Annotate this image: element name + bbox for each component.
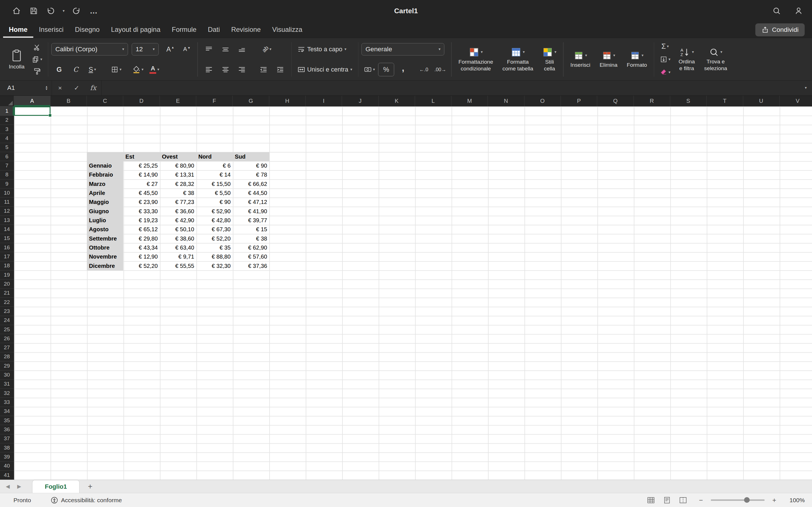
column-header-J[interactable]: J: [342, 96, 378, 107]
row-header-33[interactable]: 33: [0, 398, 14, 407]
cell-E8[interactable]: € 13,31: [160, 170, 196, 179]
row-header-38[interactable]: 38: [0, 443, 14, 452]
cell-D18[interactable]: € 52,20: [123, 262, 160, 270]
cell-E16[interactable]: € 63,40: [160, 243, 196, 252]
share-button[interactable]: Condividi: [755, 23, 805, 36]
cell-F7[interactable]: € 6: [196, 161, 233, 170]
row-header-36[interactable]: 36: [0, 425, 14, 434]
cell-E6[interactable]: Ovest: [160, 152, 196, 161]
column-header-A[interactable]: A: [14, 96, 50, 107]
row-header-17[interactable]: 17: [0, 252, 14, 261]
cell-E7[interactable]: € 80,90: [160, 161, 196, 170]
fill-button[interactable]: ▾: [657, 54, 673, 65]
decrease-decimal-button[interactable]: .00→: [433, 63, 448, 76]
cell-C12[interactable]: Giugno: [87, 207, 123, 216]
column-header-U[interactable]: U: [743, 96, 779, 107]
cell-F6[interactable]: Nord: [196, 152, 233, 161]
tab-inserisci[interactable]: Inserisci: [33, 22, 69, 38]
row-header-3[interactable]: 3: [0, 125, 14, 134]
cell-D13[interactable]: € 19,23: [123, 216, 160, 225]
cell-D8[interactable]: € 14,90: [123, 170, 160, 179]
find-select-button[interactable]: ▾ Trova e seleziona: [701, 46, 731, 73]
cell-G9[interactable]: € 66,62: [233, 179, 269, 188]
cell-D15[interactable]: € 29,80: [123, 234, 160, 243]
cell-C10[interactable]: Aprile: [87, 188, 123, 198]
sort-filter-button[interactable]: AZ ▾ Ordina e filtra: [675, 46, 699, 73]
tab-layout-di-pagina[interactable]: Layout di pagina: [105, 22, 166, 38]
sheet-tab-foglio1[interactable]: Foglio1: [32, 480, 80, 493]
cell-F18[interactable]: € 32,30: [196, 262, 233, 270]
row-header-31[interactable]: 31: [0, 380, 14, 389]
normal-view-button[interactable]: [647, 497, 655, 504]
shrink-font-button[interactable]: A▾: [179, 43, 194, 56]
tab-formule[interactable]: Formule: [166, 22, 202, 38]
cell-G18[interactable]: € 37,36: [233, 262, 269, 270]
column-header-K[interactable]: K: [378, 96, 415, 107]
zoom-slider[interactable]: [711, 499, 765, 501]
column-header-I[interactable]: I: [306, 96, 342, 107]
column-header-V[interactable]: V: [779, 96, 812, 107]
row-header-23[interactable]: 23: [0, 307, 14, 316]
column-header-R[interactable]: R: [634, 96, 670, 107]
cell-C18[interactable]: Dicembre: [87, 262, 123, 270]
tab-revisione[interactable]: Revisione: [225, 22, 266, 38]
cell-D9[interactable]: € 27: [123, 179, 160, 188]
cell-G13[interactable]: € 39,77: [233, 216, 269, 225]
cell-C7[interactable]: Gennaio: [87, 161, 123, 170]
borders-button[interactable]: ▾: [108, 63, 124, 76]
cell-F16[interactable]: € 35: [196, 243, 233, 252]
format-painter-button[interactable]: [29, 65, 45, 77]
row-header-15[interactable]: 15: [0, 234, 14, 243]
row-header-29[interactable]: 29: [0, 361, 14, 371]
row-header-16[interactable]: 16: [0, 243, 14, 252]
copy-button[interactable]: ▾: [29, 53, 45, 65]
cell-E12[interactable]: € 36,60: [160, 207, 196, 216]
cell-G12[interactable]: € 41,90: [233, 207, 269, 216]
cell-F9[interactable]: € 15,50: [196, 179, 233, 188]
enter-button[interactable]: ✓: [68, 80, 85, 96]
row-header-20[interactable]: 20: [0, 279, 14, 288]
row-header-21[interactable]: 21: [0, 289, 14, 298]
merge-center-button[interactable]: Unisci e centra ▾: [295, 63, 355, 76]
formula-bar-expand[interactable]: ▾: [800, 80, 812, 96]
column-header-S[interactable]: S: [670, 96, 707, 107]
column-header-N[interactable]: N: [488, 96, 524, 107]
fill-color-button[interactable]: ▾: [130, 63, 146, 76]
cell-F11[interactable]: € 90: [196, 198, 233, 207]
row-header-13[interactable]: 13: [0, 216, 14, 225]
cell-E11[interactable]: € 77,23: [160, 198, 196, 207]
row-header-26[interactable]: 26: [0, 334, 14, 343]
insert-function-button[interactable]: fx: [85, 80, 101, 96]
row-header-2[interactable]: 2: [0, 116, 14, 125]
font-name-select[interactable]: Calibri (Corpo) ▾: [51, 43, 128, 55]
cut-button[interactable]: [29, 41, 45, 54]
row-header-37[interactable]: 37: [0, 434, 14, 443]
save-icon[interactable]: [29, 6, 39, 16]
cell-E17[interactable]: € 9,71: [160, 252, 196, 262]
increase-decimal-button[interactable]: ←.0: [416, 63, 432, 76]
page-layout-view-button[interactable]: [663, 497, 671, 504]
format-cells-button[interactable]: ▾ Formato: [623, 50, 651, 69]
column-header-L[interactable]: L: [415, 96, 451, 107]
column-header-P[interactable]: P: [561, 96, 597, 107]
autosum-button[interactable]: Σ ▾: [657, 41, 673, 52]
undo-icon[interactable]: [46, 6, 56, 16]
row-header-40[interactable]: 40: [0, 462, 14, 471]
fill-handle[interactable]: [49, 114, 52, 117]
column-header-F[interactable]: F: [196, 96, 233, 107]
accessibility-status[interactable]: Accessibilità: conforme: [51, 497, 122, 504]
column-header-M[interactable]: M: [451, 96, 488, 107]
row-header-1[interactable]: 1: [0, 107, 14, 115]
redo-icon[interactable]: [71, 6, 82, 16]
row-header-22[interactable]: 22: [0, 298, 14, 307]
row-header-35[interactable]: 35: [0, 416, 14, 425]
formula-input[interactable]: [101, 80, 800, 96]
cell-C8[interactable]: Febbraio: [87, 170, 123, 179]
next-sheet-arrow[interactable]: ▶: [13, 483, 25, 490]
row-header-10[interactable]: 10: [0, 188, 14, 198]
search-icon[interactable]: [772, 6, 782, 16]
row-header-41[interactable]: 41: [0, 471, 14, 480]
grid-area[interactable]: EstOvestNordSudGennaioFebbraioMarzoApril…: [14, 107, 812, 480]
cancel-button[interactable]: ×: [52, 80, 68, 96]
cell-D7[interactable]: € 25,25: [123, 161, 160, 170]
